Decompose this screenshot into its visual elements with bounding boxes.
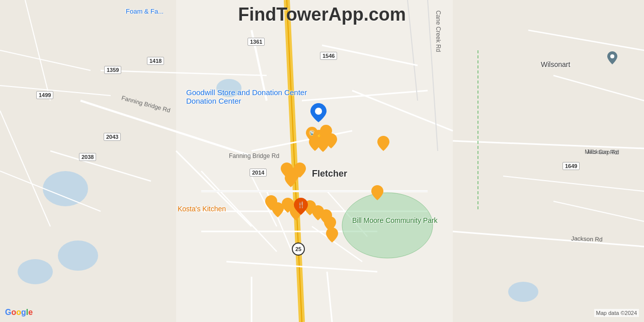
svg-text:🍴: 🍴	[297, 201, 305, 208]
shield-1649: 1649	[562, 162, 580, 170]
park-label: Bill Moore Community Park	[352, 216, 408, 224]
goodwill-label[interactable]: Goodwill Store and Donation Center Donat…	[186, 88, 307, 105]
shield-2043: 2043	[104, 133, 121, 141]
tower-pin-8[interactable]	[371, 185, 383, 200]
map-container: FindTowerApp.com Goodwill Store and Dona…	[0, 0, 644, 322]
svg-rect-2	[453, 0, 644, 322]
tower-pin-18[interactable]	[326, 227, 338, 243]
map-attribution: Map data ©2024	[594, 309, 639, 317]
shield-25: 25	[292, 243, 305, 256]
kostas-label[interactable]: Kosta's Kitchen	[178, 205, 226, 213]
restaurant-pin[interactable]: 🍴	[294, 198, 308, 215]
svg-point-7	[508, 282, 538, 302]
app-title: FindTowerApp.com	[238, 4, 406, 25]
map-svg	[0, 0, 644, 322]
shield-2038: 2038	[79, 153, 96, 161]
tower-pin-6[interactable]	[325, 133, 337, 148]
shield-1499: 1499	[36, 91, 53, 99]
wilsonart-label[interactable]: Wilsonart	[541, 60, 570, 68]
goodwill-pin[interactable]	[310, 103, 327, 124]
svg-point-46	[315, 108, 322, 115]
svg-point-44	[342, 193, 433, 258]
shield-2014: 2014	[250, 169, 267, 177]
svg-point-3	[43, 171, 88, 206]
tower-pin-7[interactable]	[377, 136, 389, 151]
google-logo: Google	[5, 308, 33, 317]
fletcher-label: Fletcher	[312, 169, 347, 179]
wilsonart-pin[interactable]	[607, 51, 617, 66]
tower-pin-12[interactable]	[285, 172, 297, 187]
shield-1361: 1361	[248, 38, 265, 46]
foam-label[interactable]: Foam & Fa...	[126, 8, 164, 15]
tower-pin-21[interactable]	[282, 198, 294, 213]
shield-1546: 1546	[320, 52, 337, 60]
shield-1359: 1359	[104, 66, 121, 74]
cane-creek-label: Cane Creek Rd	[435, 11, 442, 52]
fanning-bridge-label: Fanning Bridge Rd	[229, 152, 279, 159]
svg-point-47	[610, 54, 614, 58]
jackson-road-label: Jackson Rd	[571, 235, 603, 243]
svg-point-5	[18, 259, 53, 284]
shield-1418: 1418	[147, 57, 164, 65]
svg-point-4	[58, 240, 98, 271]
mills-gap-road-label: Mills Gap Rd	[585, 148, 619, 155]
